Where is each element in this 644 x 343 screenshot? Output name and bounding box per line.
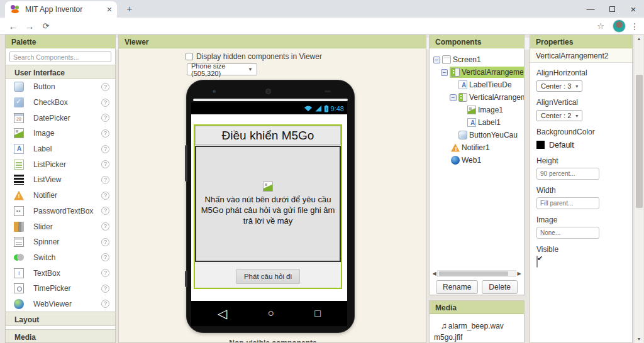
- help-icon[interactable]: ?: [101, 160, 109, 168]
- help-icon[interactable]: ?: [101, 238, 109, 246]
- chevron-down-icon: ▾: [575, 84, 578, 89]
- rename-button[interactable]: Rename: [436, 280, 478, 294]
- phone-screen[interactable]: 9:48 Điều khiển M5Go Nhấn vào nút bên dư…: [191, 102, 347, 326]
- profile-avatar[interactable]: [613, 19, 626, 33]
- background-color-value[interactable]: Default: [549, 141, 574, 150]
- help-icon[interactable]: ?: [101, 176, 109, 184]
- palette-item-checkbox[interactable]: CheckBox ?: [6, 95, 115, 111]
- search-components-input[interactable]: [9, 52, 111, 62]
- tree-item-notifier1[interactable]: Notifier1: [433, 141, 524, 154]
- help-icon[interactable]: ?: [101, 253, 109, 261]
- image-placeholder-icon[interactable]: [263, 182, 273, 192]
- tree-item-buttonyeucau[interactable]: ButtonYeuCau: [433, 129, 524, 141]
- back-icon[interactable]: ←: [6, 19, 20, 33]
- help-icon[interactable]: ?: [101, 83, 109, 91]
- palette-item-datepicker[interactable]: DatePicker ?: [6, 110, 115, 126]
- restore-icon: [609, 6, 615, 12]
- media-file-m5go[interactable]: m5go.jfif: [434, 333, 524, 342]
- tree-item-labeltieude[interactable]: LabelTieuDe: [433, 79, 524, 91]
- media-header: Media: [430, 301, 524, 314]
- scroll-down-icon[interactable]: ▼: [635, 337, 643, 341]
- visible-checkbox[interactable]: [536, 256, 538, 268]
- palette-item-label[interactable]: Label ?: [6, 141, 115, 157]
- palette-item-image[interactable]: Image ?: [6, 126, 115, 141]
- phone-size-select[interactable]: Phone size (505,320) ▼: [187, 63, 257, 75]
- display-hidden-label: Display hidden components in Viewer: [196, 52, 322, 61]
- help-icon[interactable]: ?: [101, 285, 109, 293]
- scrollbar-thumb[interactable]: [439, 271, 508, 276]
- help-icon[interactable]: ?: [101, 99, 109, 107]
- browser-tab[interactable]: MIT App Inventor ×: [5, 1, 117, 18]
- palette-item-notifier[interactable]: Notifier ?: [6, 188, 115, 204]
- webviewer-icon: [14, 299, 24, 309]
- help-icon[interactable]: ?: [101, 192, 109, 200]
- tree-item-image1[interactable]: Image1: [433, 104, 524, 116]
- palette-item-textbox[interactable]: TextBox ?: [6, 265, 115, 281]
- scroll-up-icon[interactable]: ▲: [635, 36, 643, 41]
- palette-item-button[interactable]: Button ?: [6, 79, 115, 95]
- help-icon[interactable]: ?: [101, 207, 109, 215]
- collapse-icon[interactable]: [450, 94, 457, 101]
- minimize-button[interactable]: —: [580, 0, 601, 18]
- power-button: [185, 271, 187, 287]
- palette-item-spinner[interactable]: Spinner ?: [6, 234, 115, 250]
- section-layout[interactable]: Layout: [6, 312, 115, 326]
- restore-button[interactable]: [601, 0, 623, 18]
- tab-close-icon[interactable]: ×: [107, 4, 112, 14]
- palette-item-switch[interactable]: Switch ?: [6, 250, 115, 266]
- collapse-icon[interactable]: [433, 57, 440, 63]
- help-icon[interactable]: ?: [101, 129, 109, 138]
- help-icon[interactable]: ?: [101, 300, 109, 308]
- help-icon[interactable]: ?: [101, 269, 109, 277]
- help-icon[interactable]: ?: [101, 114, 109, 122]
- browser-menu-icon[interactable]: ⋮: [628, 19, 641, 33]
- image-input[interactable]: None...: [536, 227, 599, 239]
- section-media[interactable]: Media: [6, 329, 115, 343]
- tree-item-verticalarrangement1[interactable]: VerticalArrangement1: [433, 91, 524, 104]
- request-question-button[interactable]: Phát câu hỏi đi: [236, 269, 300, 284]
- scroll-right-icon[interactable]: ▶: [516, 271, 522, 276]
- height-input[interactable]: 90 percent...: [536, 168, 599, 180]
- reload-icon[interactable]: ⟳: [39, 19, 53, 33]
- align-vertical-select[interactable]: Center : 2 ▾: [536, 110, 582, 121]
- tree-item-screen1[interactable]: Screen1: [433, 53, 524, 66]
- components-horizontal-scrollbar[interactable]: ◀ ▶: [431, 270, 522, 278]
- help-icon[interactable]: ?: [101, 222, 109, 231]
- forward-icon[interactable]: →: [23, 19, 36, 33]
- scroll-left-icon[interactable]: ◀: [431, 271, 437, 276]
- palette-item-slider[interactable]: Slider ?: [6, 219, 115, 234]
- palette-item-timepicker[interactable]: TimePicker ?: [6, 281, 115, 297]
- app-title-label[interactable]: Điều khiển M5Go: [195, 126, 341, 145]
- display-hidden-checkbox[interactable]: [186, 53, 193, 60]
- bookmark-star-icon[interactable]: ☆: [594, 19, 608, 33]
- page-scrollbar[interactable]: ▲ ▼: [635, 35, 643, 343]
- help-icon[interactable]: ?: [101, 145, 109, 153]
- viewer-header: Viewer: [119, 35, 426, 48]
- collapse-icon[interactable]: [441, 69, 448, 76]
- align-horizontal-select[interactable]: Center : 3 ▾: [536, 80, 582, 92]
- vertical-arrangement1[interactable]: Nhấn vào nút bên dưới để yêu cầu M5Go ph…: [195, 146, 341, 262]
- nav-home-icon: ○: [268, 307, 274, 320]
- new-tab-button[interactable]: +: [123, 3, 136, 15]
- display-hidden-row: Display hidden components in Viewer: [186, 52, 322, 61]
- tree-item-label1[interactable]: Label1: [433, 116, 524, 129]
- media-file-alarm-beep[interactable]: ♫ alarm_beep.wav: [441, 321, 524, 330]
- palette-item-listpicker[interactable]: ListPicker ?: [6, 156, 115, 172]
- scrollbar-thumb[interactable]: [636, 75, 643, 208]
- instruction-label[interactable]: Nhấn vào nút bên dưới để yêu cầu M5Go ph…: [197, 194, 338, 226]
- tree-item-web1[interactable]: Web1: [433, 154, 524, 166]
- palette-item-passwordtextbox[interactable]: PasswordTextBox ?: [6, 204, 115, 219]
- palette-item-webviewer[interactable]: WebViewer ?: [6, 297, 115, 312]
- timepicker-icon: [14, 283, 24, 293]
- palette-item-listview[interactable]: ListView ?: [6, 172, 115, 188]
- tree-item-verticalarrangement2[interactable]: VerticalArrangement2: [433, 66, 524, 79]
- width-input[interactable]: Fill parent...: [536, 197, 599, 209]
- color-swatch[interactable]: [536, 141, 545, 149]
- vertical-arrangement2-selection[interactable]: Điều khiển M5Go Nhấn vào nút bên dưới để…: [194, 124, 342, 289]
- delete-button[interactable]: Delete: [482, 280, 518, 294]
- viewer-panel: Viewer Display hidden components in View…: [118, 35, 426, 343]
- section-user-interface[interactable]: User Interface: [6, 65, 115, 79]
- chevron-down-icon: ▾: [575, 113, 578, 119]
- checkbox-icon: [14, 97, 24, 107]
- close-window-button[interactable]: ×: [623, 0, 644, 18]
